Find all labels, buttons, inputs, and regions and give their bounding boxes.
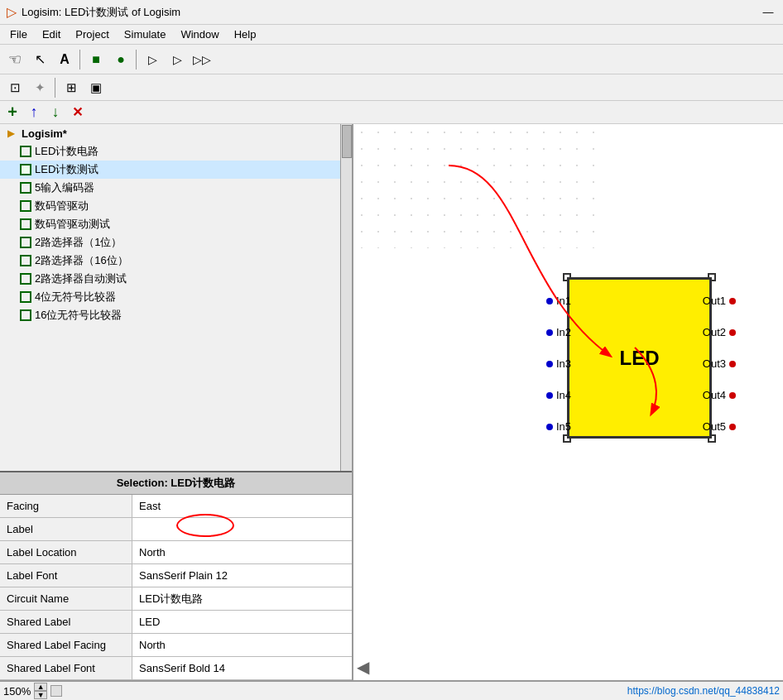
menu-bar: File Edit Project Simulate Window Help xyxy=(0,25,783,45)
prop-label-circuit-name: Circuit Name xyxy=(0,587,132,610)
tree-item-6[interactable]: 2路选择器（16位） xyxy=(0,252,340,270)
tree-root[interactable]: ▶ Logisim* xyxy=(0,124,340,142)
separator2 xyxy=(136,50,137,70)
prop-label-shared-facing: Shared Label Facing xyxy=(0,634,132,656)
circuit-icon-2 xyxy=(20,182,31,194)
window-title: Logisim: LED计数测试 of Logisim xyxy=(22,5,180,20)
select-tool[interactable]: ↖ xyxy=(28,48,51,71)
prop-value-label-font[interactable]: SansSerif Plain 12 xyxy=(132,564,352,587)
tree-item-1[interactable]: LED计数测试 xyxy=(0,161,340,179)
prop-value-facing[interactable]: East xyxy=(132,495,352,517)
star-tool[interactable]: ✦ xyxy=(28,76,51,99)
prop-row-facing: Facing East xyxy=(0,495,352,518)
menu-simulate[interactable]: Simulate xyxy=(118,26,173,42)
led-box: LED In1 In2 In3 xyxy=(567,277,712,439)
tree-label-5: 2路选择器（1位） xyxy=(35,235,122,250)
tree-label-1: LED计数测试 xyxy=(35,162,98,177)
tree-item-7[interactable]: 2路选择器自动测试 xyxy=(0,270,340,288)
zoom-up-btn[interactable]: ▲ xyxy=(34,683,47,691)
label-out3: Out3 xyxy=(703,357,726,370)
left-panel: ▶ Logisim* LED计数电路 LED计数测试 5输入编码器 xyxy=(0,124,353,680)
grid-tool[interactable]: ⊡ xyxy=(3,76,26,99)
led-component[interactable]: LED In1 In2 In3 xyxy=(567,277,712,439)
menu-project[interactable]: Project xyxy=(69,26,115,42)
tree-label-9: 16位无符号比较器 xyxy=(35,308,122,323)
circuit-icon-8 xyxy=(20,291,31,303)
toolbar-main: ☜ ↖ A ■ ● ▷ ▷ ▷▷ xyxy=(0,45,783,74)
zoom-scroll[interactable]: ▲ ▼ xyxy=(34,683,47,699)
circuit-icon-4 xyxy=(20,218,31,230)
prop-row-label-font: Label Font SansSerif Plain 12 xyxy=(0,564,352,587)
tree-label-3: 数码管驱动 xyxy=(35,199,89,213)
dot-out3 xyxy=(729,361,736,367)
led-center-label: LED xyxy=(620,347,660,370)
prop-label-facing: Facing xyxy=(0,495,132,517)
minimize-button[interactable]: — xyxy=(760,4,776,21)
tree-item-3[interactable]: 数码管驱动 xyxy=(0,197,340,215)
delete-button[interactable]: ✕ xyxy=(68,103,86,122)
menu-file[interactable]: File xyxy=(3,26,34,42)
canvas-area[interactable]: LED In1 In2 In3 xyxy=(353,124,783,680)
down-button[interactable]: ↓ xyxy=(46,103,65,122)
play-btn[interactable]: ▷ xyxy=(166,48,189,71)
prop-row-shared-label: Shared Label LED xyxy=(0,611,352,634)
grid-sel-tool[interactable]: ▣ xyxy=(84,76,108,99)
properties-panel: Selection: LED计数电路 Facing East Label Lab… xyxy=(0,472,352,680)
text-tool[interactable]: A xyxy=(53,48,76,71)
circle-tool[interactable]: ● xyxy=(109,48,132,71)
tree-item-2[interactable]: 5输入编码器 xyxy=(0,179,340,197)
label-in2: In2 xyxy=(556,326,571,338)
menu-window[interactable]: Window xyxy=(174,26,225,42)
canvas-scroll-left[interactable]: ◀ xyxy=(357,657,369,677)
circuit-icon-0 xyxy=(20,146,31,157)
hand-tool[interactable]: ☜ xyxy=(3,48,26,71)
prop-value-shared-label[interactable]: LED xyxy=(132,611,352,633)
prop-value-label-loc[interactable]: North xyxy=(132,541,352,563)
tree-item-0[interactable]: LED计数电路 xyxy=(0,142,340,161)
tree-panel: ▶ Logisim* LED计数电路 LED计数测试 5输入编码器 xyxy=(0,124,352,472)
grid-toggle[interactable] xyxy=(50,685,62,697)
tree-scrollbar[interactable] xyxy=(340,124,352,471)
prop-row-label-loc: Label Location North xyxy=(0,541,352,564)
prop-label-label-font: Label Font xyxy=(0,564,132,587)
tree-scroll-thumb[interactable] xyxy=(342,125,352,158)
tree-item-8[interactable]: 4位无符号比较器 xyxy=(0,288,340,306)
dot-out5 xyxy=(729,424,736,430)
step-btn[interactable]: ▷ xyxy=(141,48,164,71)
dot-in5 xyxy=(546,424,553,430)
tree-item-9[interactable]: 16位无符号比较器 xyxy=(0,306,340,324)
add-button[interactable]: + xyxy=(3,103,22,122)
up-button[interactable]: ↑ xyxy=(25,103,43,122)
label-out2: Out2 xyxy=(703,326,726,338)
tree-label-0: LED计数电路 xyxy=(35,144,98,159)
prop-row-label: Label xyxy=(0,518,352,541)
zoom-level: 150% xyxy=(3,685,31,698)
prop-value-shared-facing[interactable]: North xyxy=(132,634,352,656)
fast-play-btn[interactable]: ▷▷ xyxy=(190,48,214,71)
label-out5: Out5 xyxy=(703,420,726,433)
tree-item-5[interactable]: 2路选择器（1位） xyxy=(0,233,340,252)
dot-in2 xyxy=(546,329,553,336)
port-out3: Out3 xyxy=(703,357,736,370)
tree-item-4[interactable]: 数码管驱动测试 xyxy=(0,215,340,233)
rect-tool[interactable]: ■ xyxy=(84,48,108,71)
tree-label-8: 4位无符号比较器 xyxy=(35,290,116,304)
port-out1: Out1 xyxy=(703,295,736,307)
port-in3: In3 xyxy=(546,357,571,370)
dot-out2 xyxy=(729,329,736,336)
prop-value-label[interactable] xyxy=(132,518,352,540)
zoom-down-btn[interactable]: ▼ xyxy=(34,691,47,699)
prop-label-shared-font: Shared Label Font xyxy=(0,657,132,679)
circuit-icon-3 xyxy=(20,200,31,212)
menu-help[interactable]: Help xyxy=(228,26,263,42)
prop-row-shared-facing: Shared Label Facing North xyxy=(0,634,352,657)
prop-label-shared-label: Shared Label xyxy=(0,611,132,633)
svg-rect-1 xyxy=(353,124,602,248)
prop-value-circuit-name[interactable]: LED计数电路 xyxy=(132,587,352,610)
circuit-icon-5 xyxy=(20,237,31,248)
menu-edit[interactable]: Edit xyxy=(36,26,67,42)
tree-label-7: 2路选择器自动测试 xyxy=(35,271,127,286)
canvas-grid xyxy=(353,124,602,248)
grid-plus-tool[interactable]: ⊞ xyxy=(60,76,83,99)
prop-value-shared-font[interactable]: SansSerif Bold 14 xyxy=(132,657,352,679)
